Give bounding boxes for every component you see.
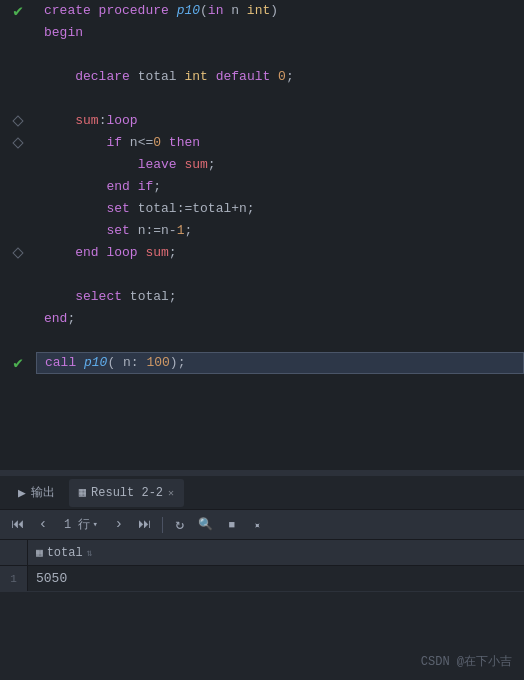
code-line-4: declare total int default 0; (36, 66, 524, 88)
code-line-12: end loop sum; (36, 242, 524, 264)
table-header: ▦ total ⇅ (0, 540, 524, 566)
gutter-item-5 (0, 88, 36, 110)
gutter-item-13 (0, 264, 36, 286)
code-line-17: call p10( n: 100); (36, 352, 524, 374)
total-column-header[interactable]: ▦ total ⇅ (28, 540, 108, 565)
stop-button[interactable]: ■ (221, 514, 243, 536)
gutter-item-15 (0, 308, 36, 330)
code-line-8: leave sum; (36, 154, 524, 176)
gutter-item-10 (0, 198, 36, 220)
gutter-col-header (0, 540, 28, 565)
gutter-item-9 (0, 176, 36, 198)
code-line-3 (36, 44, 524, 66)
code-line-1: create procedure p10(in n int) (36, 0, 524, 22)
code-line-16 (36, 330, 524, 352)
row-count[interactable]: 1 行 ▾ (58, 516, 104, 533)
chevron-down-icon: ▾ (92, 519, 97, 530)
tabs-bar: ▶ 输出 ▦ Result 2-2 ✕ (0, 476, 524, 510)
gutter-item-3 (0, 44, 36, 66)
gutter-item-1: ✔ (0, 0, 36, 22)
table-icon-header: ▦ (36, 546, 43, 559)
code-line-11: set n:=n-1; (36, 220, 524, 242)
total-cell-1: 5050 (28, 566, 108, 591)
bottom-panel: ▶ 输出 ▦ Result 2-2 ✕ ⏮ ‹ 1 行 ▾ › ⏭ ↻ 🔍 ■ … (0, 476, 524, 680)
code-line-5 (36, 88, 524, 110)
next-button[interactable]: › (108, 514, 130, 536)
toolbar-separator (162, 517, 163, 533)
tab-result22-label: Result 2-2 (91, 486, 163, 500)
code-lines: create procedure p10(in n int)begin decl… (36, 0, 524, 470)
gutter-item-4 (0, 66, 36, 88)
gutter-item-8 (0, 154, 36, 176)
watermark: CSDN @在下小吉 (421, 653, 512, 670)
row-gutter-1: 1 (0, 566, 28, 591)
code-line-15: end; (36, 308, 524, 330)
tab-output[interactable]: ▶ 输出 (8, 479, 65, 507)
code-line-9: end if; (36, 176, 524, 198)
table-row: 1 5050 (0, 566, 524, 592)
gutter-item-16 (0, 330, 36, 352)
editor-area: ✔✔ create procedure p10(in n int)begin d… (0, 0, 524, 470)
close-icon[interactable]: ✕ (168, 487, 174, 499)
terminal-icon: ▶ (18, 485, 26, 501)
first-row-button[interactable]: ⏮ (6, 514, 28, 536)
pin-button[interactable]: ✦ (242, 509, 273, 540)
gutter-item-12 (0, 242, 36, 264)
code-line-13 (36, 264, 524, 286)
gutter: ✔✔ (0, 0, 36, 470)
sort-icon[interactable]: ⇅ (87, 547, 93, 559)
last-row-button[interactable]: ⏭ (134, 514, 156, 536)
result-toolbar: ⏮ ‹ 1 行 ▾ › ⏭ ↻ 🔍 ■ ✦ (0, 510, 524, 540)
gutter-item-2 (0, 22, 36, 44)
code-line-7: if n<=0 then (36, 132, 524, 154)
tab-result22[interactable]: ▦ Result 2-2 ✕ (69, 479, 184, 507)
code-line-2: begin (36, 22, 524, 44)
refresh-button[interactable]: ↻ (169, 514, 191, 536)
row-count-label: 1 行 (64, 516, 90, 533)
gutter-item-7 (0, 132, 36, 154)
code-line-10: set total:=total+n; (36, 198, 524, 220)
gutter-item-14 (0, 286, 36, 308)
gutter-item-6 (0, 110, 36, 132)
gutter-item-17: ✔ (0, 352, 36, 374)
total-column-label: total (47, 546, 83, 560)
search-button[interactable]: 🔍 (195, 514, 217, 536)
code-line-14: select total; (36, 286, 524, 308)
table-icon: ▦ (79, 485, 86, 500)
gutter-item-11 (0, 220, 36, 242)
tab-output-label: 输出 (31, 484, 55, 501)
code-line-6: sum:loop (36, 110, 524, 132)
prev-button[interactable]: ‹ (32, 514, 54, 536)
